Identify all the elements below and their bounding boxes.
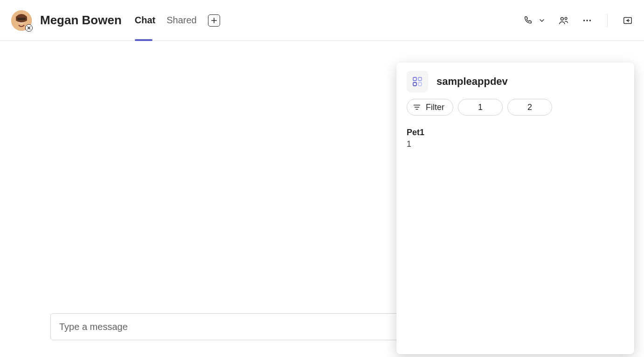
chip-label: 1 [478,103,483,112]
result-subtitle: 1 [407,139,624,149]
header-actions [523,14,633,27]
add-tab-button[interactable] [208,14,220,27]
result-title: Pet1 [407,128,624,137]
contact-name[interactable]: Megan Bowen [40,13,122,27]
app-grid-icon [412,76,423,87]
filter-icon [413,103,421,111]
call-split-button[interactable] [523,15,546,26]
svg-rect-17 [413,82,416,86]
svg-point-9 [589,20,591,21]
tab-label: Chat [135,15,155,26]
filter-button[interactable]: Filter [407,99,453,116]
popover-header: sampleappdev [407,71,624,92]
chat-body: sampleappdev Filter 1 2 Pet1 1 [0,41,644,357]
svg-rect-18 [418,82,422,86]
plus-icon [211,17,217,24]
svg-rect-15 [413,77,416,81]
app-name: sampleappdev [436,76,508,88]
app-icon-tile [407,71,428,92]
svg-rect-16 [418,77,422,81]
filter-label: Filter [426,103,444,112]
chip-1[interactable]: 1 [458,99,503,116]
presence-offline-icon [25,24,33,32]
header-tabs: Chat Shared [135,0,220,41]
open-pane-icon[interactable] [623,15,633,26]
result-item[interactable]: Pet1 1 [407,128,624,149]
phone-icon [523,15,533,26]
messaging-extension-popover: sampleappdev Filter 1 2 Pet1 1 [396,62,634,354]
svg-point-7 [583,20,585,21]
svg-point-6 [565,17,567,20]
contact-avatar[interactable] [11,10,32,31]
chevron-down-icon [538,17,546,24]
people-add-icon[interactable] [559,15,569,26]
tab-label: Shared [166,15,197,26]
tab-shared[interactable]: Shared [166,0,197,41]
popover-controls: Filter 1 2 [407,99,624,116]
chip-label: 2 [527,103,532,112]
svg-rect-2 [17,18,26,20]
more-options-icon[interactable] [582,15,592,26]
svg-point-5 [561,17,563,20]
chat-header: Megan Bowen Chat Shared [0,0,644,41]
header-divider [607,14,608,27]
svg-point-8 [586,20,588,21]
chip-2[interactable]: 2 [507,99,552,116]
tab-chat[interactable]: Chat [135,0,155,41]
